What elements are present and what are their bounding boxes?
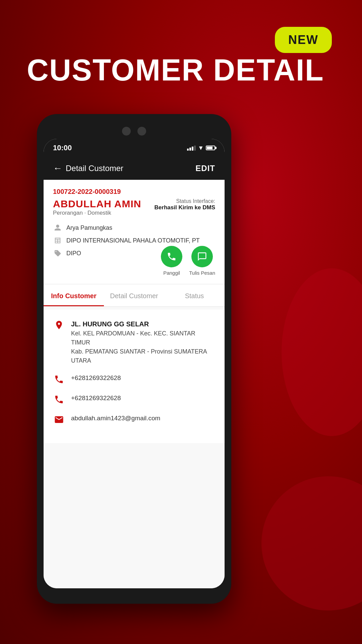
tab-status[interactable]: Status	[164, 285, 225, 306]
status-icons: ▼	[187, 145, 215, 152]
signal-bar-3	[192, 147, 193, 151]
app-header: ← Detail Customer EDIT	[44, 157, 225, 180]
back-arrow-icon: ←	[53, 163, 62, 174]
message-label: Tulis Pesan	[189, 270, 215, 276]
phone2-row: +6281269322628	[53, 393, 215, 406]
camera-dot-2	[137, 127, 146, 136]
phone-notch	[44, 121, 225, 139]
company-row: DIPO INTERNASIONAL PAHALA OTOMOTIF, PT	[53, 236, 215, 245]
call-circle	[161, 246, 182, 267]
status-interface: Status Interface: Berhasil Kirim ke DMS	[155, 198, 215, 211]
agent-name: Arya Pamungkas	[66, 224, 112, 231]
battery-icon	[206, 146, 215, 150]
customer-type: Perorangan · Domestik	[53, 210, 141, 216]
page-title: CUSTOMER DETAIL	[27, 54, 324, 87]
phone2-text: +6281269322628	[71, 393, 121, 403]
company-name: DIPO INTERNASIONAL PAHALA OTOMOTIF, PT	[66, 237, 200, 244]
wifi-icon: ▼	[198, 145, 204, 152]
message-button[interactable]: Tulis Pesan	[189, 246, 215, 276]
header-title: Detail Customer	[66, 164, 123, 173]
customer-name: ABDULLAH AMIN	[53, 198, 141, 210]
status-interface-label: Status Interface:	[155, 198, 215, 204]
address-line2: Kel. KEL PARDOMUAN - Kec. KEC. SIANTAR T…	[71, 329, 215, 347]
call-button[interactable]: Panggil	[161, 246, 182, 276]
tab-detail-customer[interactable]: Detail Customer	[104, 285, 164, 306]
customer-id: 100722-2022-0000319	[53, 188, 215, 196]
info-section: JL. HURUNG GG SELAR Kel. KEL PARDOMUAN -…	[44, 310, 225, 443]
location-icon	[53, 319, 65, 331]
phone-mockup: 10:00 ▼	[37, 114, 231, 604]
brand-name: DIPO	[66, 250, 81, 257]
new-badge: NEW	[275, 27, 332, 53]
status-interface-value: Berhasil Kirim ke DMS	[155, 204, 215, 211]
email-row: abdullah.amin1423@gmail.com	[53, 414, 215, 426]
email-text: abdullah.amin1423@gmail.com	[71, 414, 160, 423]
building-icon	[53, 236, 62, 245]
customer-name-row: ABDULLAH AMIN Perorangan · Domestik Stat…	[53, 198, 215, 222]
status-time: 10:00	[53, 144, 72, 152]
camera-dot-1	[122, 127, 131, 136]
address-row: JL. HURUNG GG SELAR Kel. KEL PARDOMUAN -…	[53, 319, 215, 365]
tag-icon	[53, 249, 62, 258]
phone1-text: +6281269322628	[71, 373, 121, 383]
signal-bar-2	[189, 148, 191, 151]
signal-bar-1	[187, 149, 189, 151]
message-circle	[191, 246, 213, 267]
content-area: 100722-2022-0000319 ABDULLAH AMIN Perora…	[44, 180, 225, 588]
phone-screen: 10:00 ▼	[44, 139, 225, 588]
signal-icon	[187, 146, 196, 151]
status-bar: 10:00 ▼	[44, 139, 225, 157]
person-icon	[53, 223, 62, 232]
call-label: Panggil	[163, 270, 180, 276]
phone1-row: +6281269322628	[53, 373, 215, 385]
customer-card: 100722-2022-0000319 ABDULLAH AMIN Perora…	[44, 180, 225, 284]
tab-info-customer[interactable]: Info Customer	[44, 285, 104, 306]
back-button[interactable]: ← Detail Customer	[53, 163, 123, 174]
phone2-icon	[53, 393, 65, 406]
agent-row: Arya Pamungkas	[53, 223, 215, 232]
tabs-row: Info Customer Detail Customer Status	[44, 285, 225, 307]
battery-fill	[207, 147, 213, 149]
signal-bar-4	[194, 146, 196, 151]
phone1-icon	[53, 373, 65, 385]
email-icon	[53, 414, 65, 426]
address-line1: JL. HURUNG GG SELAR	[71, 319, 215, 329]
address-text: JL. HURUNG GG SELAR Kel. KEL PARDOMUAN -…	[71, 319, 215, 365]
address-line3: Kab. PEMATANG SIANTAR - Provinsi SUMATER…	[71, 347, 215, 365]
edit-button[interactable]: EDIT	[195, 164, 215, 173]
